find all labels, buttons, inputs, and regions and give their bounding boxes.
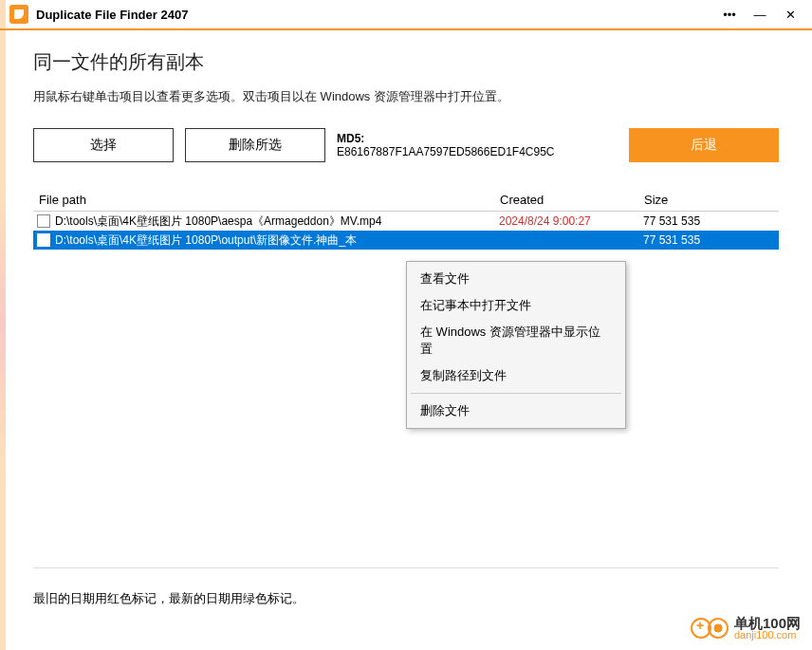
titlebar: Duplicate File Finder 2407 ••• — ✕ <box>0 0 812 30</box>
context-menu: 查看文件 在记事本中打开文件 在 Windows 资源管理器中显示位置 复制路径… <box>406 261 626 429</box>
col-header-path[interactable]: File path <box>33 193 500 207</box>
window-controls: ••• — ✕ <box>715 3 804 26</box>
col-header-size[interactable]: Size <box>644 193 779 207</box>
watermark-logo-icon <box>691 618 729 639</box>
more-button[interactable]: ••• <box>715 3 744 26</box>
select-button[interactable]: 选择 <box>33 128 174 162</box>
menu-show-in-explorer[interactable]: 在 Windows 资源管理器中显示位置 <box>409 319 623 362</box>
watermark: 单机100网 danji100.com <box>691 616 801 641</box>
row-checkbox[interactable] <box>37 214 50 228</box>
footer-note: 最旧的日期用红色标记，最新的日期用绿色标记。 <box>33 590 304 607</box>
left-accent <box>0 0 6 650</box>
md5-value: E86167887F1AA7597ED5866ED1F4C95C <box>337 145 555 158</box>
watermark-circle-icon <box>691 618 711 639</box>
table-header: File path Created Size <box>33 193 779 212</box>
cell-path: D:\tools\桌面\4K壁纸图片 1080P\aespa《Armageddo… <box>55 214 499 230</box>
menu-view-file[interactable]: 查看文件 <box>409 266 623 292</box>
app-icon <box>9 5 28 24</box>
page-title: 同一文件的所有副本 <box>33 49 779 75</box>
close-button[interactable]: ✕ <box>776 3 804 26</box>
delete-selected-button[interactable]: 删除所选 <box>185 128 325 162</box>
md5-label: MD5: <box>337 132 364 145</box>
watermark-url: danji100.com <box>734 630 801 641</box>
watermark-cn: 单机100网 <box>734 616 801 630</box>
cell-created: 2024/8/24 9:00:27 <box>499 214 643 228</box>
menu-copy-path[interactable]: 复制路径到文件 <box>409 362 623 389</box>
minimize-button[interactable]: — <box>746 3 774 26</box>
menu-separator <box>411 393 621 394</box>
table-row[interactable]: D:\tools\桌面\4K壁纸图片 1080P\aespa《Armageddo… <box>33 212 779 231</box>
md5-display: MD5: E86167887F1AA7597ED5866ED1F4C95C <box>337 132 555 158</box>
cell-size: 77 531 535 <box>643 214 779 228</box>
cell-path: D:\tools\桌面\4K壁纸图片 1080P\output\新图像文件.神曲… <box>55 232 499 249</box>
back-button[interactable]: 后退 <box>629 128 779 162</box>
row-checkbox[interactable] <box>37 233 50 247</box>
cell-size: 77 531 535 <box>643 233 779 247</box>
watermark-text: 单机100网 danji100.com <box>734 616 801 641</box>
toolbar: 选择 删除所选 MD5: E86167887F1AA7597ED5866ED1F… <box>33 128 779 162</box>
menu-open-notepad[interactable]: 在记事本中打开文件 <box>409 292 623 319</box>
col-header-created[interactable]: Created <box>500 193 644 207</box>
menu-delete-file[interactable]: 删除文件 <box>409 398 623 424</box>
page-subtext: 用鼠标右键单击项目以查看更多选项。双击项目以在 Windows 资源管理器中打开… <box>33 88 779 105</box>
app-title: Duplicate File Finder 2407 <box>36 8 715 22</box>
table-row[interactable]: D:\tools\桌面\4K壁纸图片 1080P\output\新图像文件.神曲… <box>33 231 779 250</box>
